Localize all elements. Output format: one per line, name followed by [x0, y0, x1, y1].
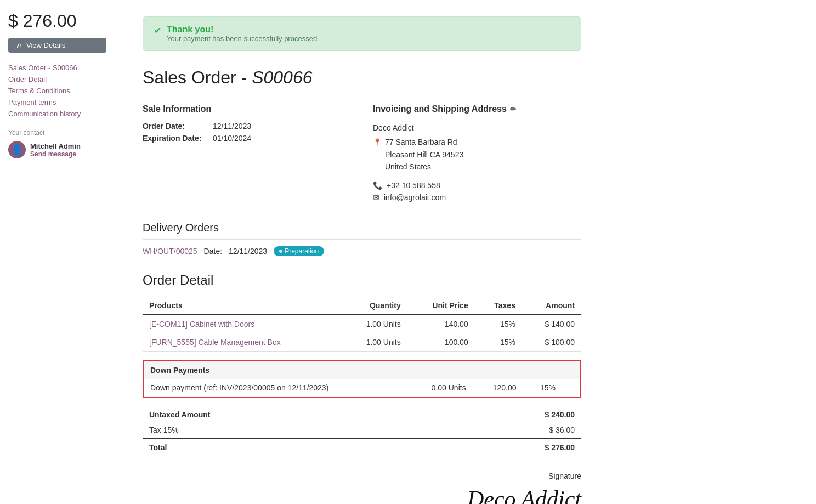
- send-message-link[interactable]: Send message: [30, 150, 81, 158]
- quantity-cell: 1.00 Units: [342, 333, 407, 351]
- taxes-cell: 15%: [475, 315, 522, 333]
- avatar: 👤: [8, 141, 26, 158]
- sale-info-heading: Sale Information: [143, 104, 351, 114]
- expiration-date-value: 01/10/2024: [213, 134, 251, 143]
- email-icon: ✉: [373, 193, 379, 202]
- col-quantity: Quantity: [342, 297, 407, 315]
- main-content: ✔ Thank you! Your payment has been succe…: [115, 0, 609, 504]
- delivery-date-value: 12/11/2023: [229, 247, 267, 256]
- product-name: [FURN_5555] Cable Management Box: [143, 333, 342, 351]
- down-payment-amount: [562, 379, 580, 397]
- product-link[interactable]: [E-COM11] Cabinet with Doors: [149, 320, 254, 329]
- expiration-date-row: Expiration Date: 01/10/2024: [143, 134, 351, 143]
- total-row: Total $ 276.00: [143, 438, 581, 455]
- order-table: Products Quantity Unit Price Taxes Amoun…: [143, 297, 581, 352]
- success-title: Thank you!: [167, 25, 319, 35]
- down-payment-desc: Down payment (ref: INV/2023/00005 on 12/…: [144, 379, 407, 397]
- view-details-button[interactable]: 🖨 View Details: [8, 38, 106, 53]
- signature-label: Signature: [143, 472, 581, 480]
- tax-label: Tax 15%: [143, 422, 421, 438]
- delivery-date-label: Date:: [204, 247, 222, 256]
- nav-communication-history[interactable]: Communication history: [8, 110, 106, 118]
- success-checkmark-icon: ✔: [154, 25, 161, 36]
- phone-row: 📞 +32 10 588 558: [373, 181, 581, 190]
- down-payment-row: Down payment (ref: INV/2023/00005 on 12/…: [144, 379, 580, 397]
- shipping-heading-row: Invoicing and Shipping Address ✏: [373, 104, 581, 114]
- down-payments-block: Down Payments Down payment (ref: INV/202…: [143, 360, 581, 398]
- nav-order-detail[interactable]: Order Detail: [8, 75, 106, 83]
- totals-table: Untaxed Amount $ 240.00 Tax 15% $ 36.00 …: [143, 407, 581, 455]
- contact-name: Mitchell Admin: [30, 142, 81, 150]
- shipping-info: Invoicing and Shipping Address ✏ Deco Ad…: [373, 104, 581, 205]
- order-detail-section: Order Detail Products Quantity Unit Pric…: [143, 273, 581, 504]
- tax-row: Tax 15% $ 36.00: [143, 422, 581, 438]
- order-date-label: Order Date:: [143, 122, 208, 131]
- sale-info: Sale Information Order Date: 12/11/2023 …: [143, 104, 351, 205]
- untaxed-value: $ 240.00: [421, 407, 581, 422]
- down-payment-taxes: 15%: [523, 379, 562, 397]
- location-icon: 📍: [373, 137, 382, 149]
- unit-price-cell: 100.00: [407, 333, 475, 351]
- amount-cell: $ 100.00: [522, 333, 581, 351]
- table-row: [FURN_5555] Cable Management Box 1.00 Un…: [143, 333, 581, 351]
- edit-address-icon[interactable]: ✏: [510, 105, 517, 114]
- col-unit-price: Unit Price: [407, 297, 475, 315]
- delivery-heading: Delivery Orders: [143, 222, 581, 240]
- quantity-cell: 1.00 Units: [342, 315, 407, 333]
- address-line1: 77 Santa Barbara Rd: [385, 136, 463, 148]
- nav-sales-order[interactable]: Sales Order - S00066: [8, 64, 106, 72]
- total-value: $ 276.00: [421, 438, 581, 455]
- untaxed-row: Untaxed Amount $ 240.00: [143, 407, 581, 422]
- sidebar-price: $ 276.00: [8, 11, 106, 31]
- col-amount: Amount: [522, 297, 581, 315]
- total-label: Total: [143, 438, 421, 455]
- success-subtitle: Your payment has been successfully proce…: [167, 35, 319, 43]
- col-taxes: Taxes: [475, 297, 522, 315]
- delivery-order-link[interactable]: WH/OUT/00025: [143, 247, 197, 256]
- delivery-section: Delivery Orders WH/OUT/00025 Date: 12/11…: [143, 222, 581, 256]
- contact-section: 👤 Mitchell Admin Send message: [8, 141, 106, 158]
- email-value: info@agrolait.com: [384, 193, 446, 202]
- down-payments-label: Down Payments: [144, 361, 407, 379]
- phone-value: +32 10 588 558: [387, 181, 440, 190]
- badge-text: Preparation: [285, 247, 319, 255]
- badge-dot-icon: [279, 250, 282, 253]
- email-row: ✉ info@agrolait.com: [373, 193, 581, 202]
- company-name: Deco Addict: [373, 122, 581, 134]
- untaxed-label: Untaxed Amount: [143, 407, 421, 422]
- amount-cell: $ 140.00: [522, 315, 581, 333]
- success-banner: ✔ Thank you! Your payment has been succe…: [143, 16, 581, 51]
- nav-payment-terms[interactable]: Payment terms: [8, 98, 106, 106]
- page-title: Sales Order - S00066: [143, 67, 581, 88]
- tax-value: $ 36.00: [421, 422, 581, 438]
- print-icon: 🖨: [16, 41, 23, 49]
- address-line2: Pleasant Hill CA 94523: [385, 149, 463, 161]
- sidebar: $ 276.00 🖨 View Details Sales Order - S0…: [0, 0, 115, 504]
- contact-label: Your contact: [8, 129, 106, 137]
- signature-image: Deco Addict: [143, 486, 581, 504]
- taxes-cell: 15%: [475, 333, 522, 351]
- table-header-row: Products Quantity Unit Price Taxes Amoun…: [143, 297, 581, 315]
- address-line3: United States: [385, 161, 463, 173]
- down-payments-table: Down Payments Down payment (ref: INV/202…: [144, 361, 580, 397]
- order-detail-heading: Order Detail: [143, 273, 581, 288]
- delivery-row: WH/OUT/00025 Date: 12/11/2023 Preparatio…: [143, 246, 581, 256]
- table-row: [E-COM11] Cabinet with Doors 1.00 Units …: [143, 315, 581, 333]
- order-date-value: 12/11/2023: [213, 122, 251, 131]
- nav-terms-conditions[interactable]: Terms & Conditions: [8, 87, 106, 95]
- expiration-date-label: Expiration Date:: [143, 134, 208, 143]
- sidebar-nav: Sales Order - S00066 Order Detail Terms …: [8, 64, 106, 118]
- product-name: [E-COM11] Cabinet with Doors: [143, 315, 342, 333]
- address-block: Deco Addict 📍 77 Santa Barbara Rd Pleasa…: [373, 122, 581, 173]
- info-section: Sale Information Order Date: 12/11/2023 …: [143, 104, 581, 205]
- unit-price-cell: 140.00: [407, 315, 475, 333]
- down-payment-price: 120.00: [473, 379, 523, 397]
- down-payments-header-row: Down Payments: [144, 361, 580, 379]
- delivery-status-badge: Preparation: [274, 246, 324, 256]
- down-payment-qty: 0.00 Units: [407, 379, 473, 397]
- product-link[interactable]: [FURN_5555] Cable Management Box: [149, 338, 281, 347]
- phone-icon: 📞: [373, 181, 382, 190]
- shipping-heading: Invoicing and Shipping Address: [373, 104, 507, 114]
- order-date-row: Order Date: 12/11/2023: [143, 122, 351, 131]
- signature-section: Signature Deco Addict: [143, 472, 581, 504]
